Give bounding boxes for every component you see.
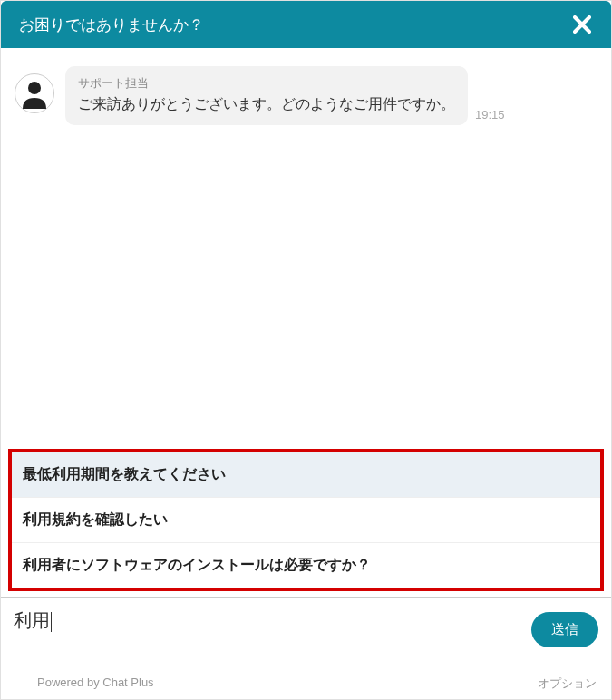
message-row: サポート担当 ご来訪ありがとうございます。どのようなご用件ですか。 19:15 [15,66,597,125]
input-value: 利用 [14,610,50,630]
options-link[interactable]: オプション [538,676,597,692]
text-caret [51,612,52,632]
bubble-wrap: サポート担当 ご来訪ありがとうございます。どのようなご用件ですか。 19:15 [65,66,597,125]
chat-container: お困りではありませんか？ サポート担当 ご来訪ありがとうございます。どのようなご… [0,0,612,700]
messages-area: サポート担当 ご来訪ありがとうございます。どのようなご用件ですか。 19:15 [1,48,611,449]
suggestions-panel: 最低利用期間を教えてください 利用規約を確認したい 利用者にソフトウェアのインス… [8,449,604,591]
svg-point-2 [28,82,41,94]
message-input[interactable]: 利用 [14,608,520,663]
input-area: 利用 送信 [1,597,611,670]
suggestion-item[interactable]: 最低利用期間を教えてください [12,452,600,498]
message-text: ご来訪ありがとうございます。どのようなご用件ですか。 [78,95,455,114]
header-title: お困りではありませんか？ [19,15,204,35]
send-button[interactable]: 送信 [531,612,598,647]
timestamp: 19:15 [475,108,505,125]
close-icon[interactable] [571,14,593,35]
avatar [15,73,54,113]
sender-name: サポート担当 [78,75,455,92]
powered-by: Powered by Chat Plus [37,676,154,692]
message-bubble: サポート担当 ご来訪ありがとうございます。どのようなご用件ですか。 [65,66,468,125]
chat-header: お困りではありませんか？ [1,1,611,48]
suggestion-item[interactable]: 利用規約を確認したい [12,498,600,543]
suggestion-item[interactable]: 利用者にソフトウェアのインストールは必要ですか？ [12,543,600,588]
footer: Powered by Chat Plus オプション [1,670,611,699]
